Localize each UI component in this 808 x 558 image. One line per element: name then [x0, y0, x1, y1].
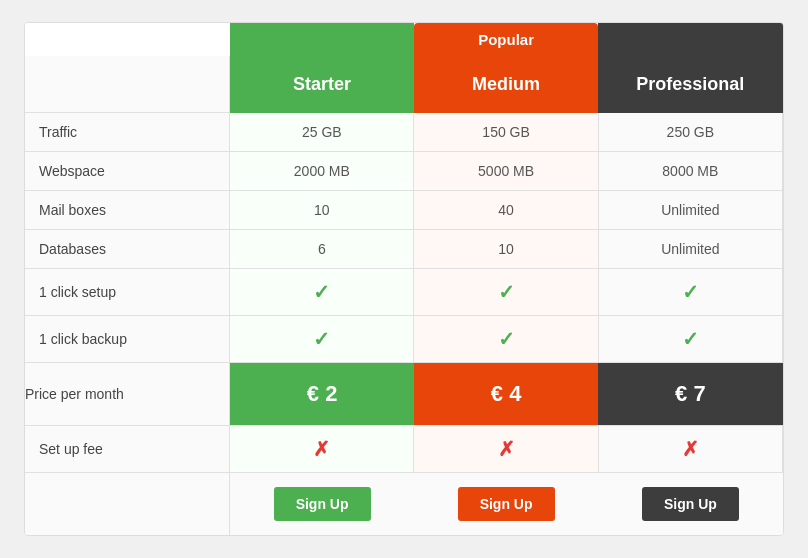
pro-webspace: 8000 MB: [598, 152, 782, 191]
medium-setup-check-icon: ✓: [498, 281, 515, 303]
medium-header-cell: Medium: [414, 56, 598, 113]
starter-setup-fee-cross-icon: ✗: [313, 438, 330, 460]
starter-one-click-backup: ✓: [230, 316, 414, 363]
starter-header-cell: Starter: [230, 56, 414, 113]
webspace-row: Webspace 2000 MB 5000 MB 8000 MB: [25, 152, 783, 191]
popular-badge-row: Popular: [25, 23, 783, 56]
medium-mailboxes: 40: [414, 191, 598, 230]
medium-price-cell: € 4: [414, 363, 598, 426]
one-click-backup-row: 1 click backup ✓ ✓ ✓: [25, 316, 783, 363]
starter-mailboxes: 10: [230, 191, 414, 230]
medium-one-click-backup: ✓: [414, 316, 598, 363]
pro-mailboxes: Unlimited: [598, 191, 782, 230]
one-click-backup-label: 1 click backup: [25, 316, 230, 363]
databases-label: Databases: [25, 230, 230, 269]
pro-plan-header: Professional: [598, 56, 782, 113]
starter-one-click-setup: ✓: [230, 269, 414, 316]
starter-signup-cell: Sign Up: [230, 473, 414, 536]
signup-empty-cell: [25, 473, 230, 536]
starter-traffic: 25 GB: [230, 113, 414, 152]
mailboxes-label: Mail boxes: [25, 191, 230, 230]
medium-webspace: 5000 MB: [414, 152, 598, 191]
pricing-table-container: Popular Starter Medium Professional Traf…: [24, 22, 784, 537]
medium-price: € 4: [414, 363, 598, 425]
starter-databases: 6: [230, 230, 414, 269]
one-click-setup-row: 1 click setup ✓ ✓ ✓: [25, 269, 783, 316]
price-row: Price per month € 2 € 4 € 7: [25, 363, 783, 426]
header-label-empty: [25, 56, 230, 113]
pro-signup-button[interactable]: Sign Up: [642, 487, 739, 521]
pro-setup-fee-cross-icon: ✗: [682, 438, 699, 460]
starter-price: € 2: [230, 363, 414, 425]
medium-setup-fee-cross-icon: ✗: [498, 438, 515, 460]
setup-fee-label: Set up fee: [25, 426, 230, 473]
pro-one-click-backup: ✓: [598, 316, 782, 363]
mailboxes-row: Mail boxes 10 40 Unlimited: [25, 191, 783, 230]
one-click-setup-label: 1 click setup: [25, 269, 230, 316]
webspace-label: Webspace: [25, 152, 230, 191]
empty-cell: [25, 23, 230, 56]
pro-signup-cell: Sign Up: [598, 473, 782, 536]
starter-signup-button[interactable]: Sign Up: [274, 487, 371, 521]
starter-setup-fee: ✗: [230, 426, 414, 473]
databases-row: Databases 6 10 Unlimited: [25, 230, 783, 269]
pro-databases: Unlimited: [598, 230, 782, 269]
plan-headers-row: Starter Medium Professional: [25, 56, 783, 113]
medium-signup-button[interactable]: Sign Up: [458, 487, 555, 521]
medium-databases: 10: [414, 230, 598, 269]
medium-backup-check-icon: ✓: [498, 328, 515, 350]
traffic-row: Traffic 25 GB 150 GB 250 GB: [25, 113, 783, 152]
pro-setup-fee: ✗: [598, 426, 782, 473]
starter-plan-header: Starter: [230, 56, 414, 113]
medium-signup-cell: Sign Up: [414, 473, 598, 536]
setup-fee-row: Set up fee ✗ ✗ ✗: [25, 426, 783, 473]
pro-traffic: 250 GB: [598, 113, 782, 152]
pro-backup-check-icon: ✓: [682, 328, 699, 350]
starter-backup-check-icon: ✓: [313, 328, 330, 350]
starter-empty-top: [230, 23, 414, 56]
starter-setup-check-icon: ✓: [313, 281, 330, 303]
starter-webspace: 2000 MB: [230, 152, 414, 191]
signup-row: Sign Up Sign Up Sign Up: [25, 473, 783, 536]
pro-setup-check-icon: ✓: [682, 281, 699, 303]
starter-price-cell: € 2: [230, 363, 414, 426]
medium-setup-fee: ✗: [414, 426, 598, 473]
medium-plan-header: Medium: [414, 56, 598, 113]
pro-price-cell: € 7: [598, 363, 782, 426]
pro-price: € 7: [598, 363, 782, 425]
pricing-table: Popular Starter Medium Professional Traf…: [25, 23, 783, 536]
medium-traffic: 150 GB: [414, 113, 598, 152]
traffic-label: Traffic: [25, 113, 230, 152]
medium-one-click-setup: ✓: [414, 269, 598, 316]
price-label: Price per month: [25, 363, 230, 426]
popular-badge: Popular: [414, 23, 598, 56]
pro-one-click-setup: ✓: [598, 269, 782, 316]
popular-badge-cell: Popular: [414, 23, 598, 56]
pro-header-cell: Professional: [598, 56, 782, 113]
pro-empty-top: [598, 23, 782, 56]
